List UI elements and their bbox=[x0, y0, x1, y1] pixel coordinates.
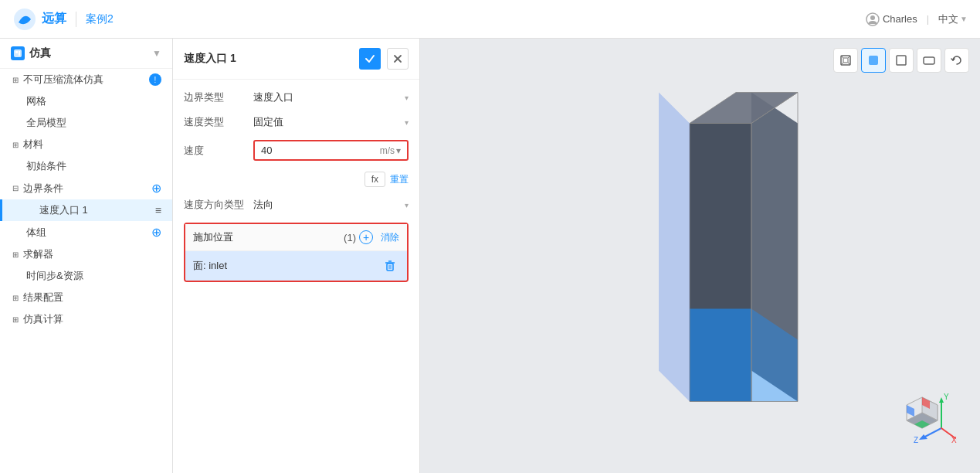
sidebar-collapse-btn[interactable]: ▼ bbox=[152, 48, 161, 59]
location-section: 施加位置 (1) + 消除 面: inlet bbox=[184, 223, 409, 282]
panel: 速度入口 1 边界类型 速度入 bbox=[173, 39, 420, 473]
item-label: 初始条件 bbox=[26, 159, 161, 173]
user-icon bbox=[866, 12, 880, 26]
sidebar-item-time-resource[interactable]: 时间步&资源 bbox=[0, 265, 172, 287]
direction-type-value: 法向 bbox=[253, 198, 273, 212]
perspective-icon bbox=[839, 53, 853, 67]
velocity-type-arrow: ▾ bbox=[405, 118, 409, 127]
item-label: 网格 bbox=[26, 94, 161, 108]
expand-icon: ⊞ bbox=[11, 315, 20, 324]
location-add-button[interactable]: + bbox=[359, 230, 373, 244]
location-item: 面: inlet bbox=[185, 251, 407, 281]
svg-marker-41 bbox=[919, 434, 927, 440]
wireframe-icon bbox=[894, 53, 908, 67]
sidebar-item-material[interactable]: ⊞ 材料 bbox=[0, 134, 172, 155]
sidebar-item-velocity-inlet[interactable]: 速度入口 1 ≡ bbox=[0, 199, 172, 221]
viewport: Y Z X bbox=[420, 39, 980, 473]
velocity-unit: m/s ▾ bbox=[380, 145, 401, 156]
panel-title: 速度入口 1 bbox=[184, 52, 236, 66]
sidebar-item-global-model[interactable]: 全局模型 bbox=[0, 112, 172, 134]
expand-icon: ⊞ bbox=[11, 293, 20, 302]
boundary-type-dropdown[interactable]: 速度入口 ▾ bbox=[253, 90, 409, 104]
direction-type-label: 速度方向类型 bbox=[184, 198, 253, 212]
view-btn-wireframe[interactable] bbox=[889, 48, 914, 73]
header-separator: | bbox=[927, 13, 929, 25]
svg-rect-19 bbox=[869, 56, 878, 65]
view-btn-box[interactable] bbox=[833, 48, 858, 73]
svg-rect-21 bbox=[924, 57, 934, 64]
boundary-type-value: 速度入口 bbox=[253, 90, 293, 104]
velocity-type-value: 固定值 bbox=[253, 115, 283, 129]
velocity-row: 速度 m/s ▾ bbox=[184, 140, 409, 161]
item-label: 仿真计算 bbox=[23, 312, 161, 326]
sidebar-item-incompressible[interactable]: ⊞ 不可压缩流体仿真 ! bbox=[0, 69, 172, 90]
language-selector[interactable]: 中文 ▼ bbox=[938, 12, 968, 26]
direction-type-row: 速度方向类型 法向 ▾ bbox=[184, 198, 409, 212]
reset-icon bbox=[951, 54, 963, 66]
expand-icon: ⊟ bbox=[11, 184, 20, 193]
logo: 远算 bbox=[12, 7, 66, 32]
velocity-label: 速度 bbox=[184, 144, 253, 158]
velocity-unit-arrow[interactable]: ▾ bbox=[396, 145, 401, 156]
project-name[interactable]: 案例2 bbox=[86, 12, 114, 26]
sidebar-item-mesh[interactable]: 网格 bbox=[0, 90, 172, 112]
outline-icon bbox=[922, 53, 936, 67]
header-right: Charles | 中文 ▼ bbox=[866, 12, 968, 26]
sidebar-header: 仿真 ▼ bbox=[0, 39, 172, 69]
view-btn-outline[interactable] bbox=[917, 48, 941, 73]
sidebar-item-body-group[interactable]: 体组 ⊕ bbox=[0, 221, 172, 243]
svg-rect-14 bbox=[843, 58, 848, 63]
velocity-input[interactable] bbox=[261, 145, 323, 156]
header-divider bbox=[76, 12, 76, 27]
sidebar-item-boundary[interactable]: ⊟ 边界条件 ⊕ bbox=[0, 177, 172, 199]
language-arrow: ▼ bbox=[960, 15, 968, 23]
user-name: Charles bbox=[883, 13, 917, 25]
svg-point-2 bbox=[870, 15, 875, 20]
sidebar-item-solver[interactable]: ⊞ 求解器 bbox=[0, 243, 172, 265]
location-item-delete-button[interactable] bbox=[381, 257, 399, 275]
location-count: (1) bbox=[344, 232, 356, 243]
axis-indicator: Y Z X bbox=[895, 386, 957, 450]
logo-text: 远算 bbox=[42, 11, 66, 27]
velocity-type-dropdown[interactable]: 固定值 ▾ bbox=[253, 115, 409, 129]
x-axis-label: X bbox=[951, 436, 957, 444]
sidebar-item-results[interactable]: ⊞ 结果配置 bbox=[0, 287, 172, 308]
expand-icon: ⊞ bbox=[11, 75, 20, 84]
solid-icon bbox=[866, 53, 880, 67]
item-label: 材料 bbox=[23, 138, 161, 151]
language-label: 中文 bbox=[938, 12, 958, 26]
sidebar-item-initial-condition[interactable]: 初始条件 bbox=[0, 155, 172, 177]
boundary-type-label: 边界类型 bbox=[184, 90, 253, 104]
svg-rect-20 bbox=[897, 56, 906, 65]
user-info[interactable]: Charles bbox=[866, 12, 917, 26]
axis-svg: Y Z X bbox=[895, 386, 957, 447]
form-tools: fx 重置 bbox=[184, 172, 409, 187]
expand-icon: ⊞ bbox=[11, 140, 20, 149]
boundary-type-row: 边界类型 速度入口 ▾ bbox=[184, 90, 409, 104]
header: 远算 案例2 Charles | 中文 ▼ bbox=[0, 0, 980, 39]
cancel-button[interactable] bbox=[387, 48, 409, 70]
trash-icon bbox=[384, 260, 396, 272]
check-icon bbox=[365, 53, 375, 64]
svg-rect-8 bbox=[387, 264, 393, 271]
item-label: 边界条件 bbox=[23, 182, 148, 196]
fx-button[interactable]: fx bbox=[365, 172, 385, 187]
confirm-button[interactable] bbox=[359, 48, 381, 70]
reset-button[interactable]: 重置 bbox=[390, 173, 409, 186]
velocity-inlet-menu-icon[interactable]: ≡ bbox=[155, 204, 161, 216]
reset-view-button[interactable] bbox=[944, 48, 969, 73]
location-delete-button[interactable]: 消除 bbox=[381, 231, 399, 244]
item-label: 速度入口 1 bbox=[39, 203, 151, 217]
sidebar-title: 仿真 bbox=[11, 46, 51, 60]
velocity-type-label: 速度类型 bbox=[184, 115, 253, 129]
body-group-add-btn[interactable]: ⊕ bbox=[151, 225, 161, 240]
svg-rect-4 bbox=[15, 51, 18, 53]
3d-model bbox=[643, 77, 813, 435]
item-label: 全局模型 bbox=[26, 116, 161, 130]
boundary-add-btn[interactable]: ⊕ bbox=[151, 181, 161, 196]
view-btn-solid[interactable] bbox=[861, 48, 886, 73]
sidebar-item-simulation[interactable]: ⊞ 仿真计算 bbox=[0, 308, 172, 330]
item-label: 求解器 bbox=[23, 247, 161, 261]
expand-icon: ⊞ bbox=[11, 250, 20, 259]
direction-type-dropdown[interactable]: 法向 ▾ bbox=[253, 198, 409, 212]
